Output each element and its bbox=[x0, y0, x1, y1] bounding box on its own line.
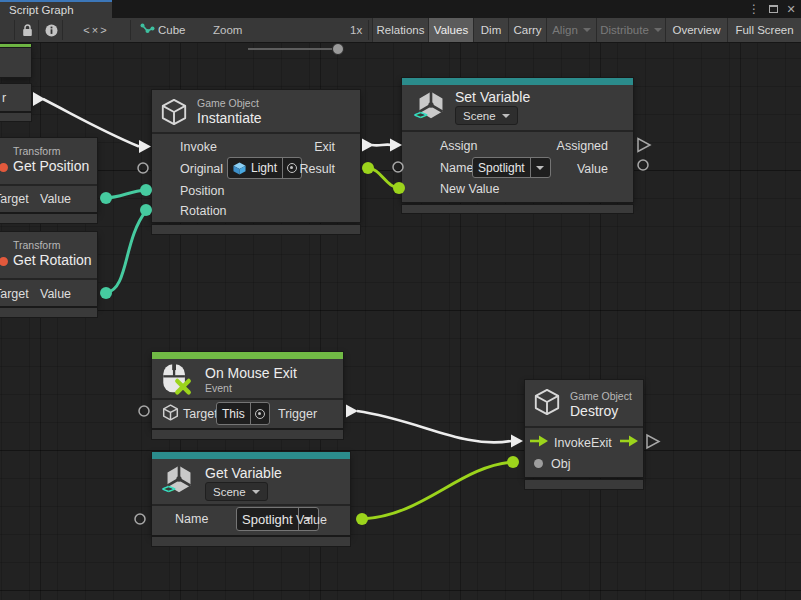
wire-exit-to-assign[interactable] bbox=[372, 145, 392, 146]
target-port-label: Target bbox=[0, 192, 29, 206]
values-toggle[interactable]: Values bbox=[428, 18, 473, 42]
port-instantiate-exit[interactable] bbox=[362, 139, 374, 152]
node-footer bbox=[152, 225, 360, 234]
node-footer bbox=[0, 308, 97, 317]
node-on-mouse-exit[interactable]: On Mouse Exit Event Target This Trigger bbox=[152, 352, 343, 428]
port-getvariable-value[interactable] bbox=[356, 513, 368, 525]
port-setvariable-newvalue[interactable] bbox=[393, 182, 405, 194]
node-instantiate[interactable]: Game Object Instantiate Invoke Exit Orig… bbox=[152, 90, 360, 222]
graph-toolbar: <×> Cube Zoom 1x Relations Values Dim Ca… bbox=[0, 18, 801, 43]
port-mouseexit-target[interactable] bbox=[139, 406, 149, 416]
separator bbox=[130, 20, 131, 40]
port-destroy-exit[interactable] bbox=[647, 435, 659, 448]
flow-arrow-icon bbox=[620, 435, 638, 447]
node-footer bbox=[0, 113, 31, 121]
chevron-down-icon bbox=[536, 166, 544, 170]
port-instantiate-rotation[interactable] bbox=[140, 204, 152, 216]
target-object-field[interactable]: This bbox=[216, 402, 270, 425]
port-event-out-triangle[interactable] bbox=[33, 92, 45, 106]
node-title: Get Variable bbox=[205, 465, 282, 481]
relations-toggle[interactable]: Relations bbox=[372, 18, 428, 42]
wire-getrotation-to-rotation[interactable] bbox=[106, 211, 146, 293]
node-get-position[interactable]: Transform Get Position Target Value bbox=[0, 138, 97, 212]
node-title: Destroy bbox=[570, 403, 618, 419]
node-partial-port-row[interactable]: r bbox=[0, 84, 31, 111]
code-view-button[interactable]: <×> bbox=[62, 18, 130, 42]
port-instantiate-original[interactable] bbox=[138, 163, 148, 173]
node-get-variable[interactable]: <> Get Variable Scene Name Spotlight Val… bbox=[152, 452, 350, 535]
port-setvariable-assign[interactable] bbox=[390, 139, 402, 152]
port-instantiate-result[interactable] bbox=[362, 162, 374, 174]
close-button[interactable]: ✕ bbox=[783, 0, 799, 18]
port-instantiate-position[interactable] bbox=[140, 184, 152, 196]
window-menu-button[interactable]: ⋮ bbox=[747, 0, 761, 18]
divider bbox=[525, 426, 643, 428]
object-picker-icon bbox=[287, 163, 297, 173]
name-port-label: Name bbox=[175, 512, 208, 526]
variable-scope-dropdown[interactable]: Scene bbox=[455, 106, 518, 125]
port-setvariable-value[interactable] bbox=[638, 160, 648, 170]
node-destroy[interactable]: Game Object Destroy Invoke Exit Obj bbox=[525, 380, 643, 477]
value-port-label: Value bbox=[296, 513, 327, 527]
variable-scope-dropdown[interactable]: Scene bbox=[205, 482, 268, 501]
node-title: Get Position bbox=[13, 158, 89, 174]
scope-label: Scene bbox=[463, 110, 496, 122]
graph-breadcrumb[interactable]: Cube bbox=[158, 24, 186, 36]
value-port-label: Value bbox=[577, 162, 608, 176]
full-screen-button[interactable]: Full Screen bbox=[727, 18, 801, 42]
new-value-port-label: New Value bbox=[440, 182, 500, 196]
original-port-label: Original bbox=[180, 162, 223, 176]
distribute-dropdown[interactable]: Distribute bbox=[596, 18, 665, 42]
node-footer bbox=[0, 214, 97, 223]
name-port-label: Name bbox=[440, 161, 473, 175]
port-mouseexit-trigger[interactable] bbox=[346, 405, 358, 418]
port-getposition-value[interactable] bbox=[100, 192, 112, 204]
object-picker-button[interactable] bbox=[250, 403, 269, 424]
assign-port-label: Assign bbox=[440, 139, 478, 153]
zoom-slider-track[interactable] bbox=[248, 48, 338, 50]
separator bbox=[368, 20, 369, 40]
overview-button[interactable]: Overview bbox=[665, 18, 727, 42]
tab-title: Script Graph bbox=[9, 4, 74, 16]
variable-name-dropdown[interactable]: Spotlight bbox=[472, 157, 551, 178]
target-value: This bbox=[217, 407, 250, 421]
object-picker-button[interactable] bbox=[282, 158, 301, 178]
divider bbox=[152, 398, 343, 400]
game-object-icon bbox=[533, 388, 561, 416]
original-object-field[interactable]: Light bbox=[227, 157, 302, 179]
obj-port-icon bbox=[534, 459, 543, 468]
variable-brackets-icon: <> bbox=[414, 108, 426, 122]
carry-toggle[interactable]: Carry bbox=[508, 18, 546, 42]
zoom-slider-handle[interactable] bbox=[332, 43, 344, 55]
port-setvariable-assigned[interactable] bbox=[638, 139, 650, 152]
target-port-label: Target bbox=[183, 407, 218, 421]
tab-script-graph[interactable]: Script Graph bbox=[0, 0, 112, 18]
node-set-variable[interactable]: <> Set Variable Scene Assign Assigned Na… bbox=[402, 78, 633, 202]
node-category: Transform bbox=[13, 239, 60, 251]
node-partial-header[interactable] bbox=[0, 48, 31, 77]
variable-color-bar bbox=[152, 452, 350, 459]
port-destroy-invoke[interactable] bbox=[511, 435, 523, 448]
prefab-cube-icon bbox=[233, 162, 246, 175]
align-dropdown[interactable]: Align bbox=[546, 18, 596, 42]
trigger-port-label: Trigger bbox=[278, 407, 317, 421]
node-footer bbox=[152, 430, 343, 439]
node-get-rotation[interactable]: Transform Get Rotation Target Value bbox=[0, 232, 97, 306]
dropdown-button[interactable] bbox=[530, 158, 550, 177]
wire-getvariable-to-obj[interactable] bbox=[362, 462, 513, 519]
code-icon: <×> bbox=[83, 24, 108, 36]
port-getvariable-name[interactable] bbox=[135, 514, 145, 524]
maximize-button[interactable] bbox=[765, 0, 781, 18]
exit-port-label: Exit bbox=[591, 436, 612, 450]
lock-button[interactable] bbox=[16, 18, 38, 42]
separator bbox=[14, 20, 15, 40]
port-instantiate-invoke[interactable] bbox=[139, 140, 151, 153]
dim-toggle[interactable]: Dim bbox=[473, 18, 508, 42]
info-button[interactable] bbox=[40, 18, 62, 42]
port-destroy-obj[interactable] bbox=[507, 456, 519, 468]
wire-trigger-to-invoke[interactable] bbox=[357, 411, 511, 442]
variable-name-value: Spotlight bbox=[237, 512, 298, 527]
lock-icon bbox=[22, 24, 33, 37]
port-getrotation-value[interactable] bbox=[100, 287, 112, 299]
graph-canvas[interactable]: r Transform Get Position Target Value Tr… bbox=[0, 0, 801, 600]
